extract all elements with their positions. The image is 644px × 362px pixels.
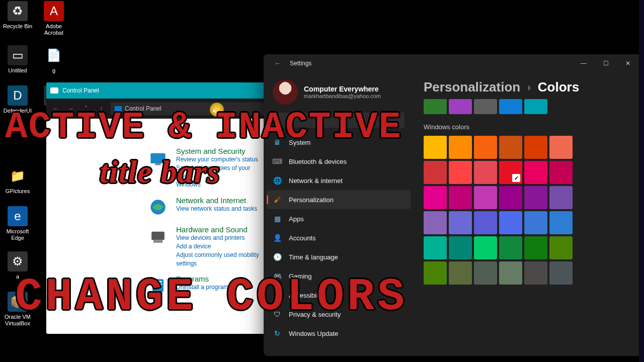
desktop-icon-adobe-acrobat[interactable]: AAdobe Acrobat (36, 1, 71, 36)
back-button[interactable]: ← (271, 59, 285, 67)
desktop-icon-a[interactable]: ⚙a (0, 251, 35, 280)
color-swatch[interactable] (424, 211, 447, 234)
nav-item-windows-update[interactable]: ↻Windows Update (264, 324, 414, 343)
color-grid (424, 136, 631, 285)
color-swatch[interactable] (474, 236, 497, 259)
nav-forward-icon[interactable]: → (65, 103, 76, 114)
color-swatch[interactable] (499, 261, 522, 285)
color-swatch[interactable] (524, 161, 547, 184)
nav-icon: 🖌 (273, 195, 282, 204)
color-swatch[interactable] (474, 161, 497, 184)
cp-link[interactable]: Uninstall a program (176, 283, 228, 292)
nav-item-network-internet[interactable]: 🌐Network & internet (264, 171, 414, 190)
nav-item-bluetooth-devices[interactable]: ⌨Bluetooth & devices (264, 152, 414, 171)
color-swatch[interactable] (424, 261, 447, 285)
color-swatch[interactable] (449, 261, 472, 285)
color-swatch[interactable] (524, 261, 547, 285)
color-swatch[interactable] (524, 211, 547, 234)
recent-color-swatch[interactable] (524, 99, 547, 114)
recent-color-swatch[interactable] (424, 99, 447, 114)
desktop-icon-untitled[interactable]: ▭Untitled (0, 45, 35, 74)
color-swatch[interactable] (499, 211, 522, 234)
desktop-icon-microsoft-edge[interactable]: eMicrosoft Edge (0, 206, 35, 241)
color-swatch[interactable] (549, 186, 573, 209)
nav-back-icon[interactable]: ← (50, 103, 61, 114)
nav-item-gaming[interactable]: 🎮Gaming (264, 266, 414, 286)
recent-color-swatch[interactable] (449, 99, 472, 114)
color-swatch[interactable] (524, 186, 547, 209)
color-swatch[interactable] (524, 236, 547, 259)
category-icon (147, 147, 169, 169)
nav-item-system[interactable]: 🖥System (264, 133, 414, 152)
color-swatch[interactable] (474, 186, 497, 209)
desktop-icon-recycle-bin[interactable]: ♻Recycle Bin (0, 1, 35, 30)
cp-category: ProgramsUninstall a program (51, 275, 263, 297)
color-swatch[interactable] (499, 161, 522, 184)
color-swatch[interactable] (549, 236, 573, 259)
color-swatch[interactable] (449, 236, 472, 259)
color-swatch[interactable] (449, 161, 472, 184)
color-swatch[interactable] (499, 236, 522, 259)
category-icon (147, 275, 169, 297)
desktop-icon-g[interactable]: 📄g (36, 45, 71, 74)
control-panel-body: Adjust your computer's settings System a… (46, 119, 268, 334)
user-profile[interactable]: Computer Everywhere markhartbandibas@yah… (264, 76, 414, 113)
app-icon: e (8, 206, 28, 226)
nav-up-icon[interactable]: ˅ (80, 103, 92, 114)
nav-icon: 🎮 (273, 272, 282, 281)
color-swatch[interactable] (549, 136, 573, 159)
color-swatch[interactable] (474, 261, 497, 285)
color-swatch[interactable] (549, 261, 573, 285)
color-swatch[interactable] (449, 211, 472, 234)
cp-link[interactable]: Review your computer's status (176, 155, 263, 164)
desktop-icon-gpictures[interactable]: 📁GPictures (0, 166, 35, 195)
nav-item-time-language[interactable]: 🕒Time & language (264, 247, 414, 266)
address-field[interactable]: Control Panel (111, 102, 264, 115)
cp-link[interactable]: Adjust commonly used mobility settings (176, 251, 263, 268)
color-swatch[interactable] (549, 161, 573, 184)
search-input[interactable] (273, 113, 405, 128)
color-swatch[interactable] (499, 186, 522, 209)
color-swatch[interactable] (449, 136, 472, 159)
control-panel-titlebar[interactable]: Control Panel (46, 82, 268, 99)
recent-color-swatch[interactable] (474, 99, 497, 114)
settings-window: ← Settings — ☐ ✕ Computer Everywhere mar… (264, 54, 641, 356)
nav-item-privacy-security[interactable]: 🛡Privacy & security (264, 305, 414, 324)
nav-item-personalization[interactable]: 🖌Personalization (267, 190, 411, 209)
nav-item-accounts[interactable]: 👤Accounts (264, 228, 414, 247)
user-name: Computer Everywhere (304, 85, 381, 93)
color-swatch[interactable] (549, 211, 573, 234)
cp-link[interactable]: Windows (176, 180, 263, 189)
close-button[interactable]: ✕ (617, 54, 639, 72)
color-swatch[interactable] (524, 136, 547, 159)
color-swatch[interactable] (474, 136, 497, 159)
category-title[interactable]: Network and Internet (176, 196, 257, 205)
color-swatch[interactable] (424, 236, 447, 259)
nav-item-apps[interactable]: ▦Apps (264, 209, 414, 228)
svg-rect-6 (154, 281, 162, 283)
nav-item-accessibility[interactable]: ✚Accessibility (264, 286, 414, 305)
maximize-button[interactable]: ☐ (595, 54, 617, 72)
color-swatch[interactable] (474, 211, 497, 234)
right-edge (639, 0, 644, 362)
recent-color-swatch[interactable] (499, 99, 522, 114)
minimize-button[interactable]: — (573, 54, 595, 72)
nav-up-folder-icon[interactable]: ↑ (96, 103, 107, 114)
category-title[interactable]: System and Security (176, 147, 263, 155)
control-panel-title: Control Panel (62, 87, 99, 94)
cp-link[interactable]: Add a device (176, 242, 263, 251)
color-swatch[interactable] (424, 161, 447, 184)
color-swatch[interactable] (449, 186, 472, 209)
category-title[interactable]: Programs (176, 275, 228, 283)
color-swatch[interactable] (424, 186, 447, 209)
cp-link[interactable]: View devices and printers (176, 234, 263, 242)
nav-label: Accessibility (289, 292, 325, 299)
breadcrumb-parent[interactable]: Personalization (424, 79, 520, 95)
color-swatch[interactable] (424, 136, 447, 159)
desktop-icon-oracle-vm-virtualbox[interactable]: 📦Oracle VM VirtualBox (0, 292, 35, 327)
desktop-icon-defenderui[interactable]: DDefenderUI (0, 85, 35, 114)
cp-link[interactable]: View network status and tasks (176, 205, 257, 213)
category-title[interactable]: Hardware and Sound (176, 225, 263, 234)
color-swatch[interactable] (499, 136, 522, 159)
cp-link[interactable]: Save backup copies of your files (176, 164, 263, 181)
